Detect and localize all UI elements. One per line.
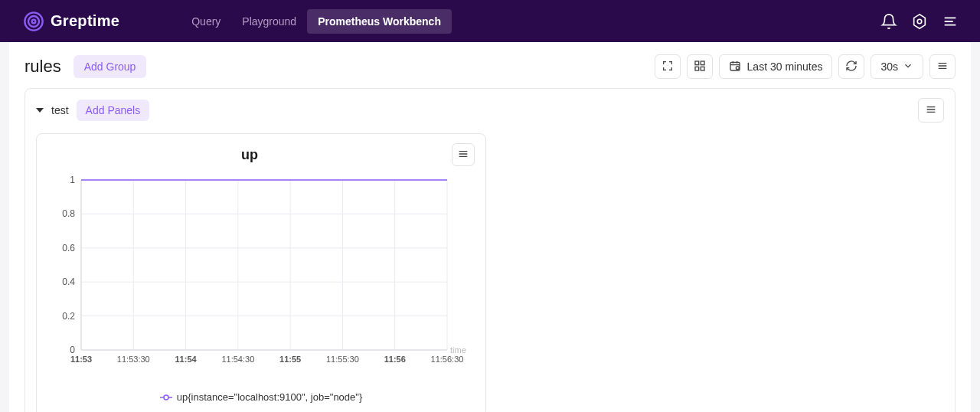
- svg-text:11:56: 11:56: [384, 355, 406, 364]
- nav-prometheus-workbench[interactable]: Prometheus Workbench: [307, 9, 452, 34]
- legend-marker-icon: [160, 394, 172, 401]
- rule-group-card: test Add Panels up 00.20.40.60.8111:5311…: [24, 88, 956, 412]
- svg-text:0: 0: [70, 345, 75, 355]
- topbar-right: [880, 13, 959, 30]
- svg-point-2: [32, 19, 36, 23]
- svg-text:11:53:30: 11:53:30: [117, 355, 150, 364]
- hamburger-icon: [925, 103, 937, 118]
- group-name: test: [51, 104, 69, 116]
- svg-text:0.8: 0.8: [62, 208, 75, 219]
- grid-icon: [694, 60, 706, 74]
- hamburger-icon: [936, 60, 949, 74]
- calendar-icon: [729, 60, 741, 74]
- chart-panel: up 00.20.40.60.8111:5311:53:3011:5411:54…: [36, 133, 486, 412]
- settings-hex-icon[interactable]: [911, 13, 928, 30]
- svg-text:11:54: 11:54: [175, 355, 198, 364]
- nav-query[interactable]: Query: [181, 9, 231, 34]
- nav-playground[interactable]: Playground: [231, 9, 307, 34]
- svg-text:11:53: 11:53: [70, 355, 92, 364]
- svg-text:11:56:30: 11:56:30: [431, 355, 464, 364]
- time-range-button[interactable]: Last 30 minutes: [719, 54, 833, 79]
- svg-point-3: [917, 19, 922, 24]
- sub-toolbar: rules Add Group Last 30 minutes 30s: [9, 42, 971, 88]
- svg-text:1: 1: [70, 175, 75, 185]
- svg-rect-4: [695, 61, 699, 65]
- add-group-button[interactable]: Add Group: [74, 55, 147, 78]
- hamburger-icon: [457, 148, 469, 162]
- brand-icon: [23, 11, 44, 32]
- svg-rect-7: [701, 67, 704, 70]
- refresh-interval-label: 30s: [880, 60, 898, 73]
- svg-text:0.2: 0.2: [62, 311, 75, 322]
- time-range-label: Last 30 minutes: [747, 60, 823, 73]
- content-area: test Add Panels up 00.20.40.60.8111:5311…: [9, 88, 971, 412]
- svg-text:11:55: 11:55: [279, 355, 301, 364]
- add-panels-button[interactable]: Add Panels: [77, 100, 150, 121]
- refresh-interval-button[interactable]: 30s: [871, 54, 923, 79]
- menu-icon[interactable]: [942, 13, 959, 30]
- brand-logo[interactable]: Greptime: [23, 11, 119, 32]
- svg-text:11:54:30: 11:54:30: [221, 355, 254, 364]
- nav-links: Query Playground Prometheus Workbench: [181, 9, 452, 34]
- svg-point-42: [164, 395, 168, 400]
- grid-view-button[interactable]: [687, 54, 713, 79]
- chart-legend[interactable]: up{instance="localhost:9100", job="node"…: [47, 391, 475, 403]
- line-chart: 00.20.40.60.8111:5311:53:3011:5411:54:30…: [47, 172, 476, 371]
- svg-text:0.6: 0.6: [62, 243, 75, 253]
- legend-label: up{instance="localhost:9100", job="node"…: [177, 391, 363, 403]
- panel-title: up: [47, 147, 452, 163]
- group-header: test Add Panels: [36, 98, 944, 123]
- bell-icon[interactable]: [880, 13, 897, 30]
- svg-text:11:55:30: 11:55:30: [326, 355, 359, 364]
- collapse-caret-icon[interactable]: [36, 108, 44, 113]
- sub-toolbar-right: Last 30 minutes 30s: [655, 54, 956, 79]
- svg-point-1: [28, 16, 39, 27]
- svg-text:0.4: 0.4: [62, 276, 75, 287]
- page-title: rules: [24, 57, 61, 77]
- refresh-button[interactable]: [838, 54, 864, 79]
- fullscreen-icon: [662, 60, 674, 74]
- group-menu-button[interactable]: [918, 98, 944, 123]
- svg-point-9: [736, 66, 739, 69]
- chart-area: 00.20.40.60.8111:5311:53:3011:5411:54:30…: [47, 172, 475, 371]
- page-menu-button[interactable]: [929, 54, 956, 79]
- topbar: Greptime Query Playground Prometheus Wor…: [0, 0, 980, 42]
- svg-rect-5: [701, 61, 704, 65]
- svg-rect-6: [695, 67, 699, 70]
- panel-header: up: [47, 143, 475, 166]
- svg-text:time: time: [450, 345, 466, 355]
- brand-name: Greptime: [51, 12, 119, 30]
- panel-menu-button[interactable]: [452, 143, 475, 166]
- fullscreen-button[interactable]: [655, 54, 681, 79]
- refresh-icon: [845, 60, 858, 74]
- chevron-down-icon: [903, 60, 913, 74]
